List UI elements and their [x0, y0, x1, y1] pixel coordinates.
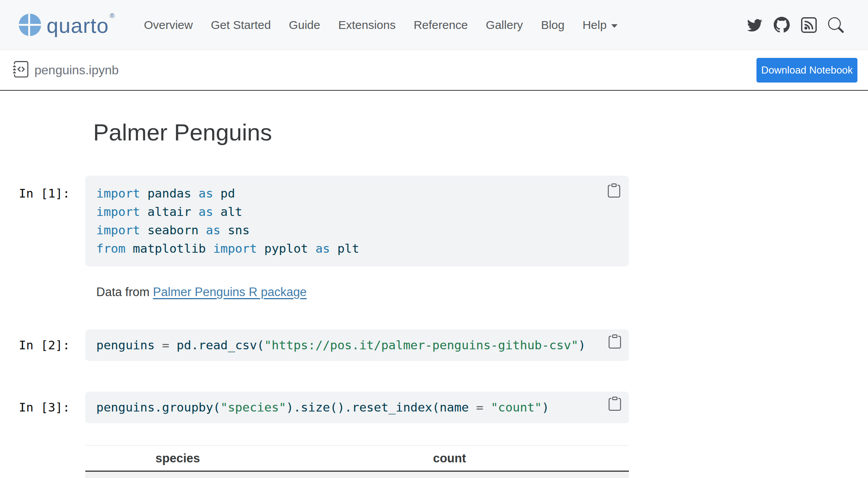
table-header-count: count: [270, 446, 629, 471]
nav-item-reference[interactable]: Reference: [414, 18, 468, 32]
chevron-down-icon: [611, 24, 618, 28]
code-block: penguins = pd.read_csv("https://pos.it/p…: [85, 329, 629, 361]
rss-icon[interactable]: [801, 17, 817, 33]
code-block: import pandas as pdimport altair as alti…: [85, 176, 629, 266]
journal-code-icon: [13, 61, 29, 79]
top-navbar: quarto® OverviewGet StartedGuideExtensio…: [0, 0, 868, 50]
nav-item-help[interactable]: Help: [582, 18, 618, 32]
twitter-icon[interactable]: [747, 17, 762, 32]
nav-item-blog[interactable]: Blog: [541, 18, 564, 32]
registered-mark: ®: [110, 12, 115, 20]
notebook-filename: penguins.ipynb: [34, 63, 119, 77]
code-text: import pandas as pdimport altair as alti…: [96, 184, 618, 258]
nav-items: OverviewGet StartedGuideExtensionsRefere…: [144, 18, 618, 32]
nav-item-get-started[interactable]: Get Started: [211, 18, 271, 32]
palmer-penguins-link[interactable]: Palmer Penguins R package: [153, 285, 307, 299]
table-row: [85, 472, 629, 478]
notebook-content: Palmer Penguins In [1]: import pandas as…: [0, 120, 868, 478]
cell-execution-label: In [1]:: [19, 176, 85, 266]
notebook-file-info: penguins.ipynb: [13, 61, 119, 79]
download-notebook-button[interactable]: Download Notebook: [756, 58, 857, 83]
code-cell-2: In [2]: penguins = pd.read_csv("https://…: [19, 329, 868, 361]
cell-execution-label: In [3]:: [19, 392, 85, 423]
notebook-file-bar: penguins.ipynb Download Notebook: [0, 50, 868, 91]
code-text: penguins = pd.read_csv("https://pos.it/p…: [96, 336, 618, 354]
quarto-logo-icon: [19, 14, 41, 36]
page-title: Palmer Penguins: [93, 120, 868, 146]
clipboard-icon[interactable]: [607, 183, 621, 198]
brand-name: quarto®: [47, 12, 115, 38]
clipboard-icon[interactable]: [608, 397, 622, 411]
code-block: penguins.groupby("species").size().reset…: [85, 392, 629, 423]
cell-execution-label: In [2]:: [19, 329, 85, 361]
nav-item-overview[interactable]: Overview: [144, 18, 193, 32]
code-cell-3: In [3]: penguins.groupby("species").size…: [19, 392, 868, 423]
clipboard-icon[interactable]: [608, 334, 622, 349]
github-icon[interactable]: [774, 17, 790, 33]
output-table: species count: [85, 445, 629, 478]
paragraph-text: Data from: [96, 285, 153, 299]
search-icon[interactable]: [828, 17, 844, 33]
data-source-note: Data from Palmer Penguins R package: [96, 284, 868, 300]
nav-item-gallery[interactable]: Gallery: [486, 18, 523, 32]
nav-item-guide[interactable]: Guide: [289, 18, 320, 32]
code-text: penguins.groupby("species").size().reset…: [96, 398, 618, 417]
table-header-species: species: [85, 446, 270, 471]
quarto-brand[interactable]: quarto®: [19, 12, 115, 38]
nav-icon-group: [747, 17, 844, 33]
nav-item-extensions[interactable]: Extensions: [338, 18, 396, 32]
code-cell-1: In [1]: import pandas as pdimport altair…: [19, 176, 868, 266]
